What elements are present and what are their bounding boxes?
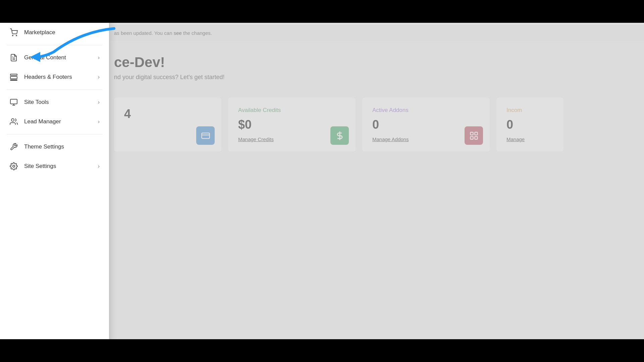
svg-point-11 (12, 35, 13, 36)
svg-point-22 (13, 165, 15, 167)
chevron-down-icon-4: › (98, 119, 100, 125)
layout-icon (9, 73, 18, 81)
sidebar-divider-2 (7, 89, 102, 90)
sidebar-item-lead-manager[interactable]: Lead Manager › (0, 112, 109, 131)
content-icon (9, 53, 18, 62)
svg-point-21 (11, 119, 14, 121)
svg-rect-16 (10, 76, 17, 79)
sidebar: Dashboard Marketplace (0, 0, 109, 362)
sidebar-item-headers-footers[interactable]: Headers & Footers › (0, 67, 109, 87)
sidebar-divider-3 (7, 134, 102, 134)
sidebar-site-settings-label: Site Settings (24, 163, 56, 170)
sidebar-theme-settings-label: Theme Settings (24, 143, 64, 150)
svg-rect-18 (10, 99, 17, 104)
sidebar-lead-manager-label: Lead Manager (24, 118, 61, 125)
sidebar-headers-footers-label: Headers & Footers (24, 74, 72, 80)
chevron-down-icon-2: › (98, 74, 100, 80)
sidebar-item-theme-settings[interactable]: Theme Settings (0, 137, 109, 157)
gear-icon (9, 162, 18, 171)
sidebar-general-content-label: General Content (24, 54, 66, 61)
sidebar-item-site-tools[interactable]: Site Tools › (0, 93, 109, 112)
sidebar-marketplace-label: Marketplace (24, 29, 55, 36)
sidebar-item-general-content[interactable]: General Content › (0, 48, 109, 67)
sidebar-item-site-settings[interactable]: Site Settings › (0, 157, 109, 176)
svg-point-12 (16, 35, 17, 36)
svg-rect-17 (10, 80, 17, 80)
chevron-down-icon: › (98, 55, 100, 61)
sidebar-item-marketplace[interactable]: Marketplace (0, 23, 109, 42)
users-icon (9, 117, 18, 126)
chevron-down-icon-3: › (98, 99, 100, 105)
sidebar-divider-1 (7, 45, 102, 45)
cart-icon (9, 28, 18, 37)
sidebar-site-tools-label: Site Tools (24, 99, 49, 106)
monitor-icon (9, 98, 18, 107)
chevron-down-icon-5: › (98, 163, 100, 169)
wrench-icon (9, 142, 18, 151)
svg-rect-15 (10, 74, 17, 75)
